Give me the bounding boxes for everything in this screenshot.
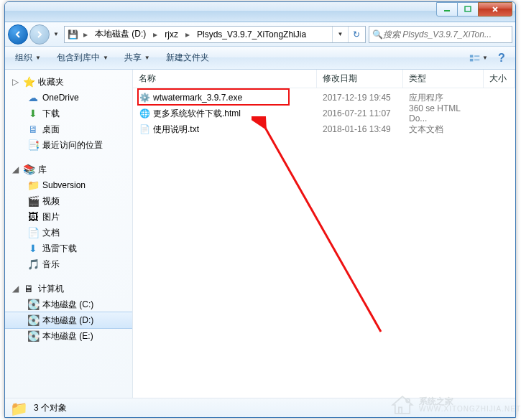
window-controls xyxy=(437,2,512,17)
file-row[interactable]: 📄使用说明.txt 2018-01-16 13:49 文本文档 xyxy=(133,121,515,137)
status-text: 3 个对象 xyxy=(34,402,67,414)
include-in-library-menu[interactable]: 包含到库中▼ xyxy=(51,50,114,66)
status-bar: 📁 3 个对象 xyxy=(5,398,515,418)
breadcrumb-item[interactable]: Plsyds_V3.9.7_XiTongZhiJia xyxy=(194,27,309,42)
pictures-icon: 🖼 xyxy=(27,210,40,223)
svg-rect-0 xyxy=(444,10,450,11)
view-options-button[interactable]: ▼ xyxy=(469,50,488,67)
onedrive-node[interactable]: ☁OneDrive xyxy=(5,90,132,106)
forward-button[interactable] xyxy=(29,24,50,45)
file-row[interactable]: 🌐更多系统软件下载.html 2016-07-21 11:07 360 se H… xyxy=(133,106,515,121)
svg-rect-1 xyxy=(465,6,471,11)
column-headers: 名称 修改日期 类型 大小 xyxy=(133,70,515,88)
file-list: ⚙️wtwatermark_3.9.7.exe 2017-12-19 19:45… xyxy=(133,88,515,137)
svg-rect-5 xyxy=(474,59,479,60)
organize-menu[interactable]: 组织▼ xyxy=(9,50,47,66)
hdd-icon: 💽 xyxy=(27,314,40,327)
navigation-pane: ▷⭐收藏夹 ☁OneDrive ⬇下载 🖥桌面 📑最近访问的位置 ◢📚库 📁Su… xyxy=(5,70,133,398)
help-button[interactable]: ? xyxy=(492,50,511,67)
txt-icon: 📄 xyxy=(139,123,150,135)
downloads-node[interactable]: ⬇下载 xyxy=(5,106,132,121)
breadcrumb-item[interactable]: rjxz xyxy=(162,27,181,42)
folder-icon: 📁 xyxy=(11,401,27,416)
videos-node[interactable]: 🎬视频 xyxy=(5,193,132,209)
favorites-node[interactable]: ▷⭐收藏夹 xyxy=(5,74,132,90)
new-folder-button[interactable]: 新建文件夹 xyxy=(160,50,215,66)
drive-c-node[interactable]: 💽本地磁盘 (C:) xyxy=(5,297,132,312)
drive-e-node[interactable]: 💽本地磁盘 (E:) xyxy=(5,328,132,344)
expand-icon: ◢ xyxy=(11,284,19,293)
pictures-node[interactable]: 🖼图片 xyxy=(5,209,132,225)
music-icon: 🎵 xyxy=(27,258,40,271)
xunlei-icon: ⬇ xyxy=(27,242,40,255)
hdd-icon: 💽 xyxy=(27,330,40,342)
drive-d-node[interactable]: 💽本地磁盘 (D:) xyxy=(5,312,132,328)
computer-icon: 🖥 xyxy=(22,282,35,295)
address-bar[interactable]: 💾 ▸ 本地磁盘 (D:) ▸ rjxz ▸ Plsyds_V3.9.7_XiT… xyxy=(64,26,366,43)
address-dropdown[interactable]: ▼ xyxy=(332,27,348,42)
breadcrumb-item[interactable]: 本地磁盘 (D:) xyxy=(92,27,149,42)
desktop-icon: 🖥 xyxy=(27,123,40,136)
search-input[interactable] xyxy=(383,29,509,39)
column-name[interactable]: 名称 xyxy=(133,70,317,88)
collapse-icon: ▷ xyxy=(11,78,19,86)
titlebar xyxy=(5,2,515,22)
breadcrumb-sep[interactable]: ▸ xyxy=(80,27,91,42)
column-size[interactable]: 大小 xyxy=(484,70,515,88)
back-button[interactable] xyxy=(8,24,28,45)
search-icon: 🔍 xyxy=(372,29,383,39)
recent-node[interactable]: 📑最近访问的位置 xyxy=(5,137,132,153)
subversion-node[interactable]: 📁Subversion xyxy=(5,177,132,193)
expand-icon: ◢ xyxy=(11,165,19,174)
nav-arrows: ▼ xyxy=(8,24,61,45)
breadcrumb-sep[interactable]: ▸ xyxy=(150,27,160,42)
music-node[interactable]: 🎵音乐 xyxy=(5,256,132,272)
command-bar: 组织▼ 包含到库中▼ 共享▼ 新建文件夹 ▼ ? xyxy=(5,47,515,70)
svg-rect-2 xyxy=(470,55,473,57)
download-icon: ⬇ xyxy=(27,107,40,120)
explorer-body: ▷⭐收藏夹 ☁OneDrive ⬇下载 🖥桌面 📑最近访问的位置 ◢📚库 📁Su… xyxy=(5,70,515,398)
maximize-button[interactable] xyxy=(457,2,479,17)
close-button[interactable] xyxy=(478,2,512,17)
search-box[interactable]: 🔍 xyxy=(369,26,512,43)
library-icon: 📚 xyxy=(22,163,35,176)
svg-rect-3 xyxy=(470,58,473,61)
hdd-icon: 💾 xyxy=(66,29,79,39)
file-list-pane: 名称 修改日期 类型 大小 ⚙️wtwatermark_3.9.7.exe 20… xyxy=(133,70,515,398)
column-type[interactable]: 类型 xyxy=(403,70,484,88)
nav-history-dropdown[interactable]: ▼ xyxy=(51,31,61,37)
desktop-node[interactable]: 🖥桌面 xyxy=(5,121,132,137)
documents-node[interactable]: 📄文档 xyxy=(5,225,132,241)
explorer-window: ▼ 💾 ▸ 本地磁盘 (D:) ▸ rjxz ▸ Plsyds_V3.9.7_X… xyxy=(4,1,516,418)
exe-icon: ⚙️ xyxy=(139,92,150,103)
svn-icon: 📁 xyxy=(27,179,40,192)
svg-rect-4 xyxy=(474,55,479,56)
star-icon: ⭐ xyxy=(22,75,35,88)
html-icon: 🌐 xyxy=(139,108,150,119)
share-menu[interactable]: 共享▼ xyxy=(119,50,156,66)
refresh-button[interactable]: ↻ xyxy=(348,27,364,42)
computer-node[interactable]: ◢🖥计算机 xyxy=(5,281,132,297)
video-icon: 🎬 xyxy=(27,195,40,207)
recent-icon: 📑 xyxy=(27,139,40,151)
xunlei-node[interactable]: ⬇迅雷下载 xyxy=(5,241,132,256)
breadcrumb-sep[interactable]: ▸ xyxy=(183,27,193,42)
navigation-bar: ▼ 💾 ▸ 本地磁盘 (D:) ▸ rjxz ▸ Plsyds_V3.9.7_X… xyxy=(5,22,515,47)
column-date[interactable]: 修改日期 xyxy=(317,70,403,88)
documents-icon: 📄 xyxy=(27,226,40,239)
minimize-button[interactable] xyxy=(436,2,458,17)
libraries-node[interactable]: ◢📚库 xyxy=(5,162,132,177)
hdd-icon: 💽 xyxy=(27,298,40,311)
cloud-icon: ☁ xyxy=(27,91,40,104)
